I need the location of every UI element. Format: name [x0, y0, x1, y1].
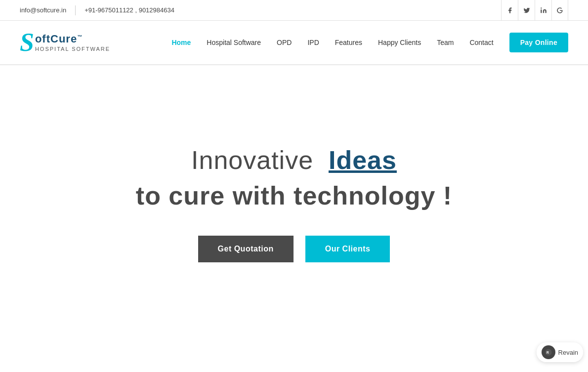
- hero-subheadline: to cure with technology !: [136, 180, 452, 211]
- nav-item-team[interactable]: Team: [430, 35, 461, 50]
- nav-link-home[interactable]: Home: [165, 35, 198, 50]
- nav-links: Home Hospital Software OPD IPD Features …: [165, 35, 500, 50]
- revain-widget[interactable]: R Revain: [537, 342, 583, 362]
- nav-item-ipd[interactable]: IPD: [300, 35, 326, 50]
- hero-headline: Innovative Ideas: [191, 145, 397, 175]
- hero-section: Innovative Ideas to cure with technology…: [0, 65, 588, 332]
- nav-item-features[interactable]: Features: [328, 35, 369, 50]
- revain-label: Revain: [558, 349, 578, 356]
- nav-item-happy-clients[interactable]: Happy Clients: [371, 35, 428, 50]
- hero-prefix: Innovative: [191, 146, 313, 174]
- email-address: info@softcure.in: [20, 6, 66, 14]
- nav-item-home[interactable]: Home: [165, 35, 198, 50]
- nav-link-hospital-software[interactable]: Hospital Software: [200, 35, 268, 50]
- divider: [75, 5, 76, 15]
- hero-buttons: Get Quotation Our Clients: [198, 236, 390, 262]
- nav-item-hospital-software[interactable]: Hospital Software: [200, 35, 268, 50]
- svg-text:R: R: [546, 351, 549, 354]
- hero-ideas: Ideas: [329, 146, 397, 174]
- google-icon[interactable]: [551, 0, 568, 21]
- navbar: S oftCure™ Hospital Software Home Hospit…: [0, 21, 588, 65]
- top-bar: info@softcure.in +91-9675011122 , 901298…: [0, 0, 588, 21]
- linkedin-icon[interactable]: [535, 0, 551, 21]
- get-quotation-button[interactable]: Get Quotation: [198, 236, 294, 262]
- nav-link-happy-clients[interactable]: Happy Clients: [371, 35, 428, 50]
- logo-text: oftCure™ Hospital Software: [35, 33, 110, 52]
- logo[interactable]: S oftCure™ Hospital Software: [20, 30, 110, 55]
- revain-icon: R: [542, 345, 555, 359]
- logo-s-letter: S: [20, 30, 34, 55]
- our-clients-button[interactable]: Our Clients: [305, 236, 390, 262]
- nav-link-opd[interactable]: OPD: [270, 35, 298, 50]
- nav-item-contact[interactable]: Contact: [462, 35, 500, 50]
- pay-online-button[interactable]: Pay Online: [509, 33, 568, 52]
- nav-item-opd[interactable]: OPD: [270, 35, 298, 50]
- logo-brand-name: oftCure™: [35, 33, 110, 45]
- nav-link-contact[interactable]: Contact: [462, 35, 500, 50]
- svg-point-0: [541, 7, 542, 8]
- logo-subtitle: Hospital Software: [35, 46, 110, 52]
- nav-link-ipd[interactable]: IPD: [300, 35, 326, 50]
- social-links: [501, 0, 568, 21]
- nav-link-features[interactable]: Features: [328, 35, 369, 50]
- facebook-icon[interactable]: [501, 0, 518, 21]
- twitter-icon[interactable]: [518, 0, 535, 21]
- phone-number: +91-9675011122 , 9012984634: [84, 6, 174, 14]
- nav-link-team[interactable]: Team: [430, 35, 461, 50]
